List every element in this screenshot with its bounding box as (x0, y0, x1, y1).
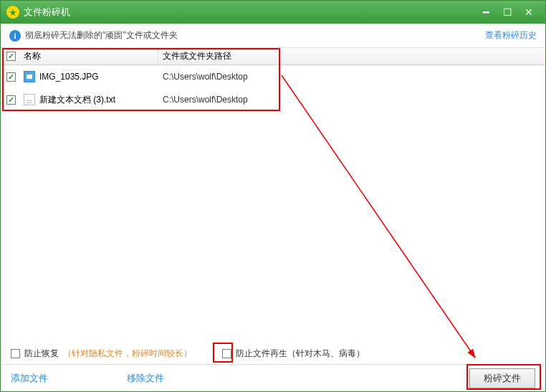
file-path: C:\Users\wolf\Desktop (158, 95, 545, 105)
prevent-recovery-checkbox[interactable] (11, 349, 20, 358)
prevent-recovery-hint: （针对隐私文件，粉碎时间较长） (63, 348, 192, 360)
app-window: 文件粉碎机 ━ ☐ ✕ i 彻底粉碎无法删除的"顽固"文件或文件夹 查看粉碎历史… (0, 0, 546, 392)
prevent-regen-label: 防止文件再生（针对木马、病毒） (236, 348, 365, 360)
table-row[interactable]: 新建文本文档 (3).txt C:\Users\wolf\Desktop (1, 88, 545, 111)
file-table: 名称 文件或文件夹路径 IMG_1035.JPG C:\Users\wolf\D… (1, 48, 545, 342)
window-title: 文件粉碎机 (24, 6, 475, 19)
column-header-name[interactable]: 名称 (21, 48, 158, 64)
titlebar: 文件粉碎机 ━ ☐ ✕ (1, 1, 545, 24)
add-file-link[interactable]: 添加文件 (11, 372, 48, 385)
table-header: 名称 文件或文件夹路径 (1, 48, 545, 65)
maximize-button[interactable]: ☐ (497, 4, 518, 21)
minimize-button[interactable]: ━ (475, 4, 497, 21)
options-row: 防止恢复 （针对隐私文件，粉碎时间较长） 防止文件再生（针对木马、病毒） (1, 343, 545, 364)
file-path: C:\Users\wolf\Desktop (158, 72, 545, 82)
prevent-recovery-label: 防止恢复 (24, 348, 59, 360)
button-row: 添加文件 移除文件 粉碎文件 (1, 364, 545, 391)
file-name: 新建文本文档 (3).txt (39, 94, 115, 106)
row-checkbox[interactable] (6, 95, 16, 105)
close-button[interactable]: ✕ (518, 4, 540, 21)
image-file-icon (24, 71, 35, 82)
row-checkbox[interactable] (6, 72, 16, 82)
prevent-regen-checkbox[interactable] (222, 349, 231, 358)
remove-file-link[interactable]: 移除文件 (127, 372, 164, 385)
history-link[interactable]: 查看粉碎历史 (485, 29, 537, 42)
table-row[interactable]: IMG_1035.JPG C:\Users\wolf\Desktop (1, 65, 545, 88)
file-name: IMG_1035.JPG (39, 72, 99, 82)
select-all-checkbox[interactable] (6, 52, 16, 61)
column-header-path[interactable]: 文件或文件夹路径 (158, 50, 545, 62)
footer: 防止恢复 （针对隐私文件，粉碎时间较长） 防止文件再生（针对木马、病毒） 添加文… (1, 343, 545, 391)
info-text: 彻底粉碎无法删除的"顽固"文件或文件夹 (25, 29, 485, 42)
text-file-icon (24, 94, 35, 105)
info-bar: i 彻底粉碎无法删除的"顽固"文件或文件夹 查看粉碎历史 (1, 24, 545, 48)
info-icon: i (9, 30, 21, 42)
shred-button[interactable]: 粉碎文件 (469, 368, 535, 388)
app-logo-icon (6, 6, 19, 19)
